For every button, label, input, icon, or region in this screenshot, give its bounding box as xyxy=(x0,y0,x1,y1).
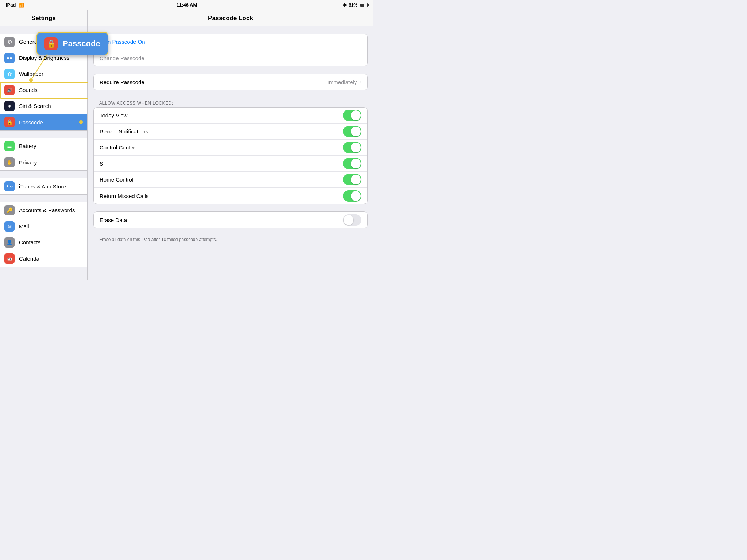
sidebar-item-privacy[interactable]: ✋ Privacy xyxy=(0,154,87,170)
erase-data-section: Erase Data Erase all data on this iPad a… xyxy=(93,211,368,248)
sidebar-item-accounts[interactable]: 🔑 Accounts & Passwords xyxy=(0,202,87,218)
sidebar-content: ⚙ General 1 AA Display & Brightness ✿ Wa… xyxy=(0,26,87,280)
sidebar-label-siri: Siri & Search xyxy=(19,103,83,109)
sidebar-label-contacts: Contacts xyxy=(19,239,83,245)
allow-access-group: Today View Recent Notifications Control … xyxy=(93,107,368,204)
general-icon: ⚙ xyxy=(4,37,15,47)
itunes-icon: App xyxy=(4,181,15,191)
battery-icon xyxy=(360,3,368,7)
accounts-icon: 🔑 xyxy=(4,205,15,215)
today-view-toggle[interactable] xyxy=(343,110,361,121)
require-passcode-row[interactable]: Require Passcode Immediately › xyxy=(94,74,367,90)
sidebar-label-privacy: Privacy xyxy=(19,159,83,166)
change-passcode-row[interactable]: Change Passcode xyxy=(94,50,367,66)
privacy-icon: ✋ xyxy=(4,157,15,167)
sidebar-item-wallpaper[interactable]: ✿ Wallpaper xyxy=(0,66,87,82)
sidebar-label-wallpaper: Wallpaper xyxy=(19,71,83,77)
passcode-toggle-group: Turn Passcode On Change Passcode xyxy=(93,34,368,66)
status-right: ✱ 61% xyxy=(343,3,368,8)
allow-access-section: ALLOW ACCESS WHEN LOCKED: Today View Rec… xyxy=(93,98,368,204)
battery-setting-icon: ▬ xyxy=(4,141,15,151)
sidebar-item-battery[interactable]: ▬ Battery xyxy=(0,138,87,154)
home-control-label: Home Control xyxy=(100,176,343,183)
content-body: Turn Passcode On Change Passcode Require… xyxy=(88,26,374,280)
allow-access-header: ALLOW ACCESS WHEN LOCKED: xyxy=(93,98,368,107)
sidebar-item-siri[interactable]: ◈ Siri & Search xyxy=(0,98,87,114)
erase-data-footer: Erase all data on this iPad after 10 fai… xyxy=(93,236,368,248)
wifi-icon: 📶 xyxy=(19,3,24,8)
erase-data-group: Erase Data xyxy=(93,211,368,228)
return-missed-calls-row[interactable]: Return Missed Calls xyxy=(94,188,367,204)
siri-label: Siri xyxy=(100,160,343,167)
content-title: Passcode Lock xyxy=(88,10,374,26)
sidebar-label-battery: Battery xyxy=(19,143,83,149)
sidebar-label-passcode: Passcode xyxy=(19,119,78,125)
sidebar-group-4: 🔑 Accounts & Passwords ✉ Mail 👤 Contacts… xyxy=(0,202,87,267)
mail-icon: ✉ xyxy=(4,221,15,232)
passcode-dot xyxy=(79,120,83,124)
require-passcode-value: Immediately xyxy=(327,79,357,85)
sidebar-item-itunes[interactable]: App iTunes & App Store xyxy=(0,178,87,194)
change-passcode-label: Change Passcode xyxy=(100,55,361,61)
today-view-row[interactable]: Today View xyxy=(94,108,367,124)
control-center-label: Control Center xyxy=(100,144,343,151)
return-missed-calls-toggle[interactable] xyxy=(343,190,361,202)
sidebar-group-2: ▬ Battery ✋ Privacy xyxy=(0,138,87,171)
erase-data-label: Erase Data xyxy=(100,217,343,223)
callout-lock-icon: 🔒 xyxy=(44,37,58,50)
sidebar-label-mail: Mail xyxy=(19,223,83,229)
sidebar-title: Settings xyxy=(0,10,87,26)
return-missed-calls-label: Return Missed Calls xyxy=(100,193,343,199)
sidebar-item-passcode[interactable]: 🔒 Passcode xyxy=(0,114,87,130)
sidebar-label-calendar: Calendar xyxy=(19,256,83,262)
sidebar-label-display: Display & Brightness xyxy=(19,55,83,61)
battery-percent: 61% xyxy=(349,3,357,8)
sidebar-label-sounds: Sounds xyxy=(19,87,83,93)
sidebar-group-3: App iTunes & App Store xyxy=(0,178,87,195)
passcode-icon: 🔒 xyxy=(4,117,15,127)
siri-toggle[interactable] xyxy=(343,158,361,169)
siri-row[interactable]: Siri xyxy=(94,156,367,172)
turn-passcode-on-label: Turn Passcode On xyxy=(100,39,361,45)
recent-notifications-label: Recent Notifications xyxy=(100,128,343,135)
sidebar-item-calendar[interactable]: 📅 Calendar xyxy=(0,250,87,267)
sounds-icon: 🔊 xyxy=(4,85,15,95)
sidebar-item-contacts[interactable]: 👤 Contacts xyxy=(0,234,87,250)
callout-box: 🔒 Passcode xyxy=(36,32,108,55)
home-control-row[interactable]: Home Control xyxy=(94,172,367,188)
battery-fill xyxy=(360,4,364,7)
today-view-label: Today View xyxy=(100,112,343,118)
erase-data-row[interactable]: Erase Data xyxy=(94,212,367,228)
status-time: 11:46 AM xyxy=(177,2,197,8)
content-panel: Passcode Lock Turn Passcode On Change Pa… xyxy=(88,10,374,280)
turn-passcode-on-row[interactable]: Turn Passcode On xyxy=(94,34,367,50)
calendar-icon: 📅 xyxy=(4,253,15,264)
home-control-toggle[interactable] xyxy=(343,174,361,185)
sidebar-label-accounts: Accounts & Passwords xyxy=(19,207,83,213)
status-left: iPad 📶 xyxy=(6,2,24,8)
status-bar: iPad 📶 11:46 AM ✱ 61% xyxy=(0,0,374,10)
bluetooth-icon: ✱ xyxy=(343,3,347,8)
sidebar-label-itunes: iTunes & App Store xyxy=(19,183,83,190)
control-center-toggle[interactable] xyxy=(343,142,361,153)
control-center-row[interactable]: Control Center xyxy=(94,140,367,156)
erase-data-toggle[interactable] xyxy=(343,214,361,226)
sidebar-item-sounds[interactable]: 🔊 Sounds xyxy=(0,82,87,98)
require-passcode-chevron: › xyxy=(360,79,361,85)
recent-notifications-row[interactable]: Recent Notifications xyxy=(94,124,367,140)
recent-notifications-toggle[interactable] xyxy=(343,126,361,137)
sidebar-item-mail[interactable]: ✉ Mail xyxy=(0,218,87,234)
callout-label: Passcode xyxy=(63,39,100,48)
contacts-icon: 👤 xyxy=(4,237,15,248)
passcode-callout: 🔒 Passcode xyxy=(36,32,108,55)
ipad-label: iPad xyxy=(6,2,16,8)
wallpaper-icon: ✿ xyxy=(4,69,15,79)
siri-icon: ◈ xyxy=(4,101,15,111)
require-passcode-group: Require Passcode Immediately › xyxy=(93,74,368,90)
require-passcode-label: Require Passcode xyxy=(100,79,327,85)
display-icon: AA xyxy=(4,53,15,63)
